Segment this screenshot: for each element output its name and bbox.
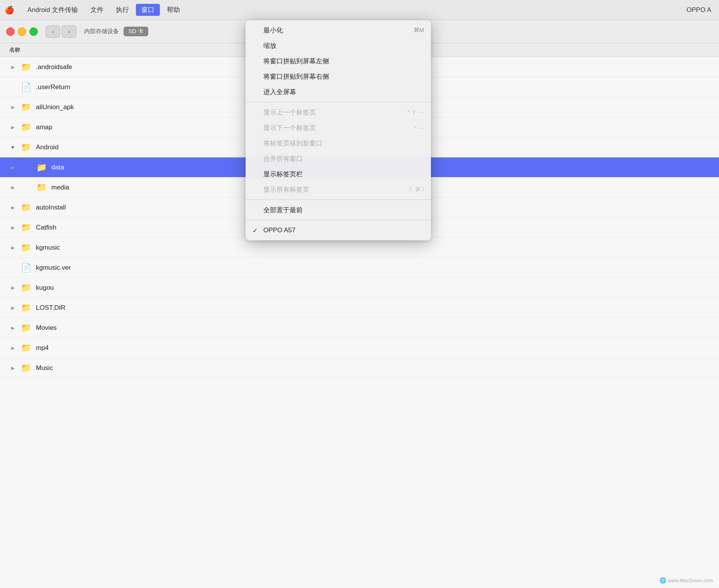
back-button[interactable]: ‹ (46, 25, 60, 38)
file-name-label: Music (36, 364, 710, 372)
dropdown-item-label: 将窗口拼贴到屏幕左侧 (263, 57, 329, 66)
dropdown-section: 全部置于最前 (246, 200, 431, 220)
folder-icon: 📁 (21, 303, 31, 313)
dropdown-item-label: 显示标签页栏 (263, 170, 303, 179)
dropdown-item-label: 缩放 (263, 41, 276, 50)
list-item[interactable]: 📄kgmusic.ver (0, 258, 719, 278)
apple-logo-icon[interactable]: 🍎 (5, 5, 14, 15)
expand-triangle-icon: ▶ (9, 64, 16, 70)
dropdown-item-label: 进入全屏幕 (263, 88, 296, 96)
dropdown-item-bring_front[interactable]: 全部置于最前 (246, 202, 431, 218)
expand-triangle-icon: ▶ (9, 205, 16, 210)
check-mark-icon: ✓ (253, 227, 260, 234)
keyboard-shortcut: ⇧ ⌘ \ (408, 186, 424, 193)
folder-icon: 📁 (21, 283, 31, 293)
nav-buttons: ‹ › (46, 25, 76, 38)
dropdown-section: ✓OPPO A57 (246, 220, 431, 240)
list-item[interactable]: ▶📁Movies (0, 318, 719, 338)
dropdown-item-fullscreen[interactable]: 进入全屏幕 (246, 84, 431, 100)
keyboard-shortcut: ⌘M (414, 27, 424, 34)
file-name-label: mp4 (36, 344, 710, 352)
dropdown-item-merge_windows: 合并所有窗口 (246, 151, 431, 166)
dropdown-item-prev_tab: 显示上一个标签页^ ⇧ → (246, 105, 431, 120)
expand-triangle-icon: ▶ (9, 225, 16, 230)
globe-icon: 🌐 (660, 577, 666, 583)
dropdown-item-label: 将窗口拼贴到屏幕右侧 (263, 72, 329, 81)
menu-items: Android 文件传输 文件 执行 窗口 帮助 (22, 4, 185, 16)
folder-icon: 📁 (21, 363, 31, 373)
file-name-label: Movies (36, 324, 710, 332)
expand-triangle-icon: ▼ (9, 145, 16, 150)
folder-icon: 📁 (21, 343, 31, 353)
traffic-lights (6, 27, 38, 36)
expand-triangle-icon: ▶ (9, 125, 16, 130)
menu-help[interactable]: 帮助 (161, 4, 185, 16)
close-button[interactable] (6, 27, 15, 36)
dropdown-section: 显示上一个标签页^ ⇧ →显示下一个标签页^ →将标签页移到新窗口合并所有窗口显… (246, 102, 431, 200)
dropdown-item-next_tab: 显示下一个标签页^ → (246, 120, 431, 135)
dropdown-item-label: 合并所有窗口 (263, 154, 303, 163)
file-icon: 📄 (21, 82, 31, 92)
dropdown-item-label: 显示下一个标签页 (263, 123, 316, 132)
expand-triangle-icon: ▶ (9, 285, 16, 291)
dropdown-item-minimize[interactable]: 最小化⌘M (246, 22, 431, 38)
forward-button[interactable]: › (62, 25, 76, 38)
dropdown-item-zoom[interactable]: 缩放 (246, 38, 431, 53)
storage-label: 内部存储设备 (84, 28, 119, 35)
folder-icon: 📁 (36, 162, 47, 172)
file-name-label: LOST.DIR (36, 304, 710, 312)
file-icon: 📄 (21, 263, 31, 273)
name-column-label: 名称 (9, 47, 20, 54)
dropdown-item-tile_right[interactable]: 将窗口拼贴到屏幕右侧 (246, 69, 431, 84)
list-item[interactable]: ▶📁Music (0, 358, 719, 378)
dropdown-item-label: 显示所有标签页 (263, 185, 309, 194)
sd-badge[interactable]: SD 卡 (124, 27, 148, 36)
folder-icon: 📁 (21, 142, 31, 152)
expand-triangle-icon: ▶ (9, 345, 16, 351)
list-item[interactable]: ▶📁LOST.DIR (0, 298, 719, 318)
fullscreen-button[interactable] (29, 27, 38, 36)
watermark: 🌐 www.MacDown.com (660, 577, 713, 583)
folder-icon: 📁 (21, 323, 31, 333)
list-item[interactable]: ▶📁kgmusic (0, 238, 719, 258)
file-name-label: kgmusic.ver (36, 264, 710, 272)
expand-triangle-icon: ▶ (9, 325, 16, 331)
folder-icon: 📁 (21, 122, 31, 132)
minimize-button[interactable] (18, 27, 26, 36)
dropdown-item-show_all_tabs: 显示所有标签页⇧ ⌘ \ (246, 182, 431, 197)
folder-icon: 📁 (21, 223, 31, 233)
folder-icon: 📁 (21, 102, 31, 112)
menubar: 🍎 Android 文件传输 文件 执行 窗口 帮助 OPPO A (0, 0, 719, 20)
folder-icon: 📁 (36, 182, 47, 193)
window-menu-dropdown[interactable]: 最小化⌘M缩放将窗口拼贴到屏幕左侧将窗口拼贴到屏幕右侧进入全屏幕显示上一个标签页… (246, 20, 431, 240)
list-item[interactable]: ▶📁mp4 (0, 338, 719, 358)
dropdown-item-label: 将标签页移到新窗口 (263, 139, 322, 148)
dropdown-section: 最小化⌘M缩放将窗口拼贴到屏幕左侧将窗口拼贴到屏幕右侧进入全屏幕 (246, 20, 431, 102)
menu-file[interactable]: 文件 (85, 4, 109, 16)
folder-icon: 📁 (21, 203, 31, 213)
folder-icon: 📁 (21, 62, 31, 72)
menu-execute[interactable]: 执行 (110, 4, 134, 16)
dropdown-item-move_tab: 将标签页移到新窗口 (246, 135, 431, 151)
partial-title: OPPO A (687, 6, 711, 14)
keyboard-shortcut: ^ ⇧ → (407, 109, 424, 116)
back-icon: ‹ (52, 29, 54, 35)
dropdown-item-tile_left[interactable]: 将窗口拼贴到屏幕左侧 (246, 53, 431, 69)
folder-icon: 📁 (21, 243, 31, 253)
keyboard-shortcut: ^ → (414, 125, 424, 131)
expand-triangle-icon: ▶ (9, 105, 16, 110)
list-item[interactable]: ▶📁kugou (0, 278, 719, 298)
forward-icon: › (68, 29, 70, 35)
dropdown-item-label: 显示上一个标签页 (263, 108, 316, 117)
file-name-label: kgmusic (36, 244, 710, 252)
menu-window[interactable]: 窗口 (136, 4, 160, 16)
menu-app-name[interactable]: Android 文件传输 (22, 4, 83, 16)
dropdown-item-label: 最小化 (263, 26, 283, 35)
expand-triangle-icon: ▶ (9, 305, 16, 311)
dropdown-item-show_tabbar[interactable]: 显示标签页栏 (246, 166, 431, 182)
dropdown-item-label: OPPO A57 (263, 226, 295, 234)
expand-triangle-icon: ▶ (9, 185, 16, 190)
dropdown-item-oppo_a57[interactable]: ✓OPPO A57 (246, 223, 431, 238)
expand-triangle-icon: ▶ (9, 365, 16, 371)
watermark-text: www.MacDown.com (668, 578, 713, 583)
